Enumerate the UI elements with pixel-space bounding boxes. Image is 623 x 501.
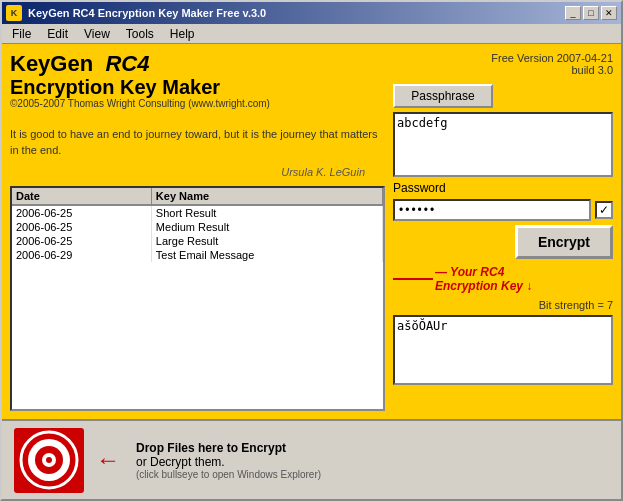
right-panel: Free Version 2007-04-21 build 3.0 Passph… xyxy=(393,52,613,411)
row-date: 2006-06-29 xyxy=(12,248,151,262)
minimize-button[interactable]: _ xyxy=(565,6,581,20)
app-icon: K xyxy=(6,5,22,21)
menu-tools[interactable]: Tools xyxy=(118,25,162,43)
password-label: Password xyxy=(393,181,613,195)
encrypt-button[interactable]: Encrypt xyxy=(515,225,613,259)
logo-keygen: KeyGen xyxy=(10,51,93,76)
bottom-bar: ← Drop Files here to Encrypt or Decrypt … xyxy=(2,419,621,499)
version-info: Free Version 2007-04-21 build 3.0 xyxy=(393,52,613,76)
passphrase-button[interactable]: Passphrase xyxy=(393,84,493,108)
key-arrow-indicator: — Your RC4 Encryption Key ↓ xyxy=(393,265,613,293)
logo-copyright: ©2005-2007 Thomas Wright Consulting (www… xyxy=(10,98,385,109)
table-row[interactable]: 2006-06-29 Test Email Message xyxy=(12,248,383,262)
password-checkbox[interactable]: ✓ xyxy=(595,201,613,219)
row-date: 2006-06-25 xyxy=(12,220,151,234)
encrypt-row: Encrypt xyxy=(393,225,613,259)
logo-area: KeyGen RC4 Encryption Key Maker ©2005-20… xyxy=(10,52,385,109)
row-date: 2006-06-25 xyxy=(12,234,151,248)
menu-help[interactable]: Help xyxy=(162,25,203,43)
title-bar: K KeyGen RC4 Encryption Key Maker Free v… xyxy=(2,2,621,24)
row-keyname: Short Result xyxy=(151,205,382,220)
password-row: ✓ xyxy=(393,199,613,221)
col-date: Date xyxy=(12,188,151,205)
logo-rc4: RC4 xyxy=(105,51,149,76)
key-label: — Your RC4 Encryption Key ↓ xyxy=(435,265,532,293)
drop-text-bold: Drop Files here to Encrypt xyxy=(136,441,286,455)
logo-line1: KeyGen RC4 xyxy=(10,52,385,76)
key-label-line2: Encryption Key ↓ xyxy=(435,279,532,293)
key-label-line1: — Your RC4 xyxy=(435,265,504,279)
key-table-container: Date Key Name 2006-06-25 Short Result 20… xyxy=(10,186,385,411)
table-row[interactable]: 2006-06-25 Short Result xyxy=(12,205,383,220)
maximize-button[interactable]: □ xyxy=(583,6,599,20)
table-row[interactable]: 2006-06-25 Large Result xyxy=(12,234,383,248)
close-button[interactable]: ✕ xyxy=(601,6,617,20)
window-title: KeyGen RC4 Encryption Key Maker Free v.3… xyxy=(28,7,266,19)
quote-author: Ursula K. LeGuin xyxy=(10,166,365,178)
passphrase-text-area[interactable]: abcdefg xyxy=(393,112,613,177)
password-input[interactable] xyxy=(393,199,591,221)
row-keyname: Test Email Message xyxy=(151,248,382,262)
version-line1: Free Version 2007-04-21 xyxy=(393,52,613,64)
checkbox-check-icon: ✓ xyxy=(599,203,609,217)
logo-line2: Encryption Key Maker xyxy=(10,76,385,98)
col-keyname: Key Name xyxy=(151,188,382,205)
drop-text-container: Drop Files here to Encrypt or Decrypt th… xyxy=(136,441,321,480)
table-row[interactable]: 2006-06-25 Medium Result xyxy=(12,220,383,234)
row-keyname: Large Result xyxy=(151,234,382,248)
bullseye-icon[interactable] xyxy=(14,428,84,493)
bit-strength: Bit strength = 7 xyxy=(393,299,613,311)
main-content: KeyGen RC4 Encryption Key Maker ©2005-20… xyxy=(2,44,621,499)
drop-arrow-icon: ← xyxy=(96,446,120,474)
drop-subtext: (click bullseye to open Windows Explorer… xyxy=(136,469,321,480)
drop-text-normal: or Decrypt them. xyxy=(136,455,225,469)
row-keyname: Medium Result xyxy=(151,220,382,234)
result-area: ašŏŎAUr xyxy=(393,315,613,385)
quote-text: It is good to have an end to journey tow… xyxy=(10,127,385,158)
menu-view[interactable]: View xyxy=(76,25,118,43)
window-controls: _ □ ✕ xyxy=(565,6,617,20)
left-panel: KeyGen RC4 Encryption Key Maker ©2005-20… xyxy=(10,52,385,411)
menu-file[interactable]: File xyxy=(4,25,39,43)
key-table: Date Key Name 2006-06-25 Short Result 20… xyxy=(12,188,383,262)
main-window: K KeyGen RC4 Encryption Key Maker Free v… xyxy=(0,0,623,501)
version-line2: build 3.0 xyxy=(393,64,613,76)
menu-bar: File Edit View Tools Help xyxy=(2,24,621,44)
svg-point-5 xyxy=(46,457,52,463)
drop-text: Drop Files here to Encrypt or Decrypt th… xyxy=(136,441,321,469)
title-bar-left: K KeyGen RC4 Encryption Key Maker Free v… xyxy=(6,5,266,21)
row-date: 2006-06-25 xyxy=(12,205,151,220)
menu-edit[interactable]: Edit xyxy=(39,25,76,43)
